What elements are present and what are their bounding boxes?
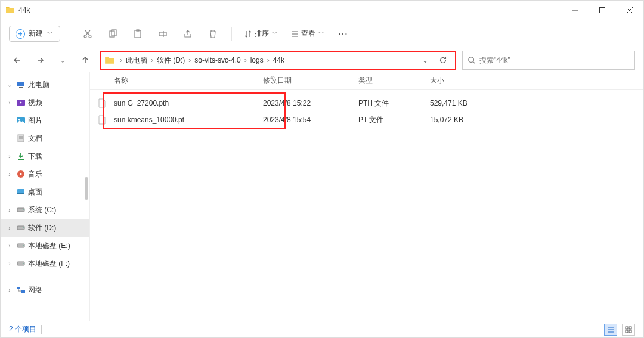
desk-icon [16, 187, 26, 197]
rename-button[interactable] [153, 24, 173, 44]
drive-icon [16, 259, 26, 268]
sidebar-item-label: 桌面 [28, 187, 42, 197]
sidebar-item-8[interactable]: ›软件 (D:) [1, 219, 89, 237]
sidebar-item-0[interactable]: ⌄此电脑 [1, 76, 89, 94]
refresh-button[interactable] [435, 52, 451, 69]
file-size: 529,471 KB [430, 99, 501, 107]
sidebar-item-label: 音乐 [28, 169, 42, 179]
paste-button[interactable] [128, 24, 148, 44]
breadcrumb[interactable]: › 此电脑 › 软件 (D:) › so-vits-svc-4.0 › logs… [100, 51, 456, 70]
view-details-button[interactable] [604, 324, 617, 336]
item-count: 2 个项目 [9, 324, 36, 334]
sidebar-item-11[interactable]: ›网络 [1, 281, 89, 299]
column-date[interactable]: 修改日期 [263, 76, 358, 86]
sort-label: 排序 [255, 29, 269, 39]
sidebar-item-5[interactable]: ›音乐 [1, 165, 89, 183]
column-header: ︿ 名称 修改日期 类型 大小 [90, 72, 643, 90]
svg-rect-32 [21, 290, 25, 293]
sidebar-item-label: 图片 [28, 116, 42, 126]
sort-indicator-icon: ︿ [270, 72, 275, 80]
sidebar-item-10[interactable]: ›本地磁盘 (F:) [1, 255, 89, 272]
chevron-right-icon: › [119, 56, 123, 64]
back-button[interactable] [9, 52, 26, 69]
svg-point-1 [84, 35, 86, 38]
svg-rect-18 [17, 193, 24, 194]
crumb-0[interactable]: 此电脑 [125, 54, 148, 67]
scrollbar-thumb[interactable] [85, 177, 88, 200]
column-name[interactable]: 名称 [90, 76, 263, 86]
main-area: ⌄此电脑›视频图片文档›下载›音乐桌面›系统 (C:)›软件 (D:)›本地磁盘… [1, 72, 643, 321]
chevron-icon: › [5, 243, 14, 249]
svg-point-16 [20, 173, 22, 175]
crumb-2[interactable]: so-vits-svc-4.0 [193, 55, 242, 66]
up-button[interactable] [77, 52, 94, 69]
sidebar-item-label: 文档 [28, 134, 42, 144]
address-dropdown[interactable]: ⌄ [417, 52, 434, 69]
sidebar-item-4[interactable]: ›下载 [1, 147, 89, 165]
window-title: 44k [18, 6, 30, 14]
sidebar-item-6[interactable]: 桌面 [1, 183, 89, 201]
file-list: sun G_27200.pth2023/4/8 15:22PTH 文件529,4… [90, 90, 643, 321]
sidebar-item-7[interactable]: ›系统 (C:) [1, 201, 89, 219]
minimize-button[interactable] [561, 1, 589, 20]
search-icon [467, 56, 476, 64]
file-icon [90, 115, 114, 125]
crumb-3[interactable]: logs [249, 55, 265, 66]
folder-icon [5, 5, 15, 15]
column-type[interactable]: 类型 [358, 76, 430, 86]
svg-rect-0 [600, 8, 605, 13]
search-input[interactable] [479, 56, 630, 64]
view-large-button[interactable] [622, 324, 635, 336]
more-button[interactable]: ··· [333, 24, 354, 44]
chevron-right-icon: › [266, 56, 271, 64]
sidebar-item-1[interactable]: ›视频 [1, 94, 89, 111]
video-icon [16, 98, 26, 107]
titlebar: 44k [1, 1, 643, 20]
sidebar-item-9[interactable]: ›本地磁盘 (E:) [1, 237, 89, 255]
crumb-1[interactable]: 软件 (D:) [156, 54, 186, 67]
file-name: sun G_27200.pth [114, 99, 263, 107]
file-row-0[interactable]: sun G_27200.pth2023/4/8 15:22PTH 文件529,4… [90, 95, 643, 111]
chevron-icon: › [5, 100, 14, 106]
close-button[interactable] [616, 1, 643, 20]
forward-button[interactable] [32, 52, 48, 69]
chevron-right-icon: › [150, 56, 154, 64]
drive-icon [16, 223, 26, 232]
chevron-icon: › [5, 225, 14, 231]
svg-rect-33 [626, 327, 628, 329]
address-row: ⌄ › 此电脑 › 软件 (D:) › so-vits-svc-4.0 › lo… [1, 48, 643, 72]
sidebar-item-label: 本地磁盘 (F:) [28, 259, 70, 269]
delete-button[interactable] [203, 24, 223, 44]
svg-rect-5 [135, 30, 141, 38]
svg-rect-9 [17, 82, 24, 86]
chevron-icon: › [5, 207, 14, 213]
sidebar-item-3[interactable]: 文档 [1, 129, 89, 147]
svg-rect-34 [629, 327, 631, 329]
file-size: 15,072 KB [430, 116, 501, 124]
column-size[interactable]: 大小 [430, 76, 501, 86]
chevron-icon: › [5, 287, 14, 293]
sidebar-item-label: 此电脑 [28, 80, 49, 90]
sidebar-item-2[interactable]: 图片 [1, 111, 89, 129]
copy-button[interactable] [103, 24, 123, 44]
sort-button[interactable]: 排序 ﹀ [240, 26, 282, 41]
file-row-1[interactable]: sun kmeans_10000.pt2023/4/8 15:54PT 文件15… [90, 111, 643, 128]
svg-rect-7 [159, 32, 166, 36]
share-button[interactable] [178, 24, 198, 44]
maximize-button[interactable] [589, 1, 616, 20]
svg-point-21 [23, 209, 24, 210]
crumb-4[interactable]: 44k [272, 55, 286, 66]
recent-button[interactable]: ⌄ [54, 52, 71, 69]
sidebar-item-label: 视频 [28, 98, 42, 108]
svg-rect-10 [19, 87, 23, 88]
svg-rect-36 [629, 330, 631, 333]
svg-rect-35 [626, 330, 628, 333]
new-button[interactable]: + 新建 ﹀ [9, 26, 60, 42]
search-box[interactable] [462, 51, 635, 70]
file-name: sun kmeans_10000.pt [114, 116, 263, 124]
chevron-right-icon: › [243, 56, 248, 64]
svg-point-13 [18, 119, 20, 120]
cut-button[interactable] [78, 24, 98, 44]
file-type: PT 文件 [358, 115, 430, 125]
view-button[interactable]: 查看 ﹀ [287, 26, 329, 41]
